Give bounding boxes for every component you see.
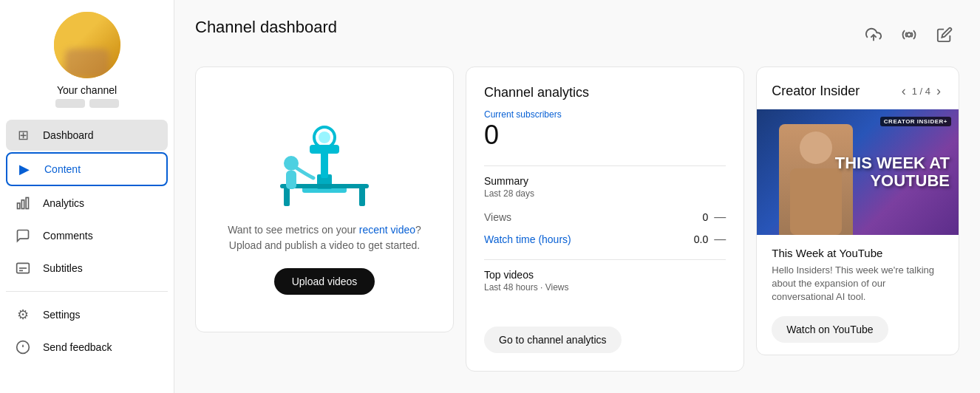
upload-icon-button[interactable] [859,20,888,49]
watch-time-value: 0.0 [694,233,708,245]
analytics-divider-1 [484,165,726,166]
sidebar: Your channel ⊞ Dashboard ▶ Content Analy… [0,0,174,393]
stat-pill-1 [55,99,85,108]
watch-time-metric: Watch time (hours) 0.0 — [484,228,726,250]
upload-button[interactable]: Upload videos [274,268,375,295]
views-value-row: 0 — [702,211,726,224]
creator-nav: ‹ 1 / 4 › [899,82,944,100]
sidebar-item-label: Analytics [43,197,84,209]
top-videos-period: Last 48 hours · Views [484,282,726,293]
creator-description: Hello Insiders! This week we're talking … [772,264,944,304]
svg-rect-19 [359,184,365,206]
sidebar-item-content[interactable]: ▶ Content [6,152,168,186]
dashboard-cards: Want to see metrics on your recent video… [195,66,959,372]
sidebar-item-label: Send feedback [43,341,112,353]
subtitles-icon [15,260,31,276]
views-label: Views [484,211,511,223]
sidebar-item-label: Content [44,163,81,175]
watch-button[interactable]: Watch on YouTube [772,316,888,343]
subscribers-value: 0 [484,120,726,151]
page-title: Channel dashboard [195,18,337,37]
analytics-divider-2 [484,259,726,260]
nav-divider [6,291,168,292]
upload-card: Want to see metrics on your recent video… [195,66,454,332]
creator-card-body: This Week at YouTube Hello Insiders! Thi… [757,235,959,355]
sidebar-item-analytics[interactable]: Analytics [6,188,168,219]
sidebar-item-feedback[interactable]: Send feedback [6,332,168,363]
svg-point-20 [284,156,299,171]
svg-rect-21 [286,171,296,189]
watch-time-label: Watch time (hours) [484,233,571,245]
svg-rect-2 [26,198,28,209]
channel-name: Your channel [57,84,117,96]
main-content: Channel dashboard [174,0,980,393]
settings-icon: ⚙ [15,307,31,323]
views-value: 0 [702,211,708,223]
sidebar-item-label: Comments [43,230,93,242]
creator-thumbnail: THIS WEEK AT YOUTUBE CREATOR INSIDER+ [757,109,959,235]
analytics-card: Channel analytics Current subscribers 0 … [466,66,744,372]
watch-time-value-row: 0.0 — [694,233,726,246]
upload-description: Want to see metrics on your recent video… [228,222,421,253]
page-header: Channel dashboard [195,18,959,52]
sidebar-item-comments[interactable]: Comments [6,220,168,251]
edit-icon-button[interactable] [930,20,959,49]
sidebar-item-settings[interactable]: ⚙ Settings [6,299,168,330]
thumbnail-line2: YOUTUBE [835,172,950,190]
upload-illustration [258,104,391,222]
recent-video-link[interactable]: recent video [359,224,415,236]
thumbnail-line1: THIS WEEK AT [835,154,950,172]
analytics-icon [15,195,31,211]
stat-pill-2 [89,99,119,108]
channel-avatar-section: Your channel [54,12,120,108]
sidebar-item-subtitles[interactable]: Subtitles [6,253,168,284]
svg-rect-1 [21,200,24,209]
creator-video-title: This Week at YouTube [772,247,944,259]
summary-label: Summary [484,175,726,187]
sidebar-nav: ⊞ Dashboard ▶ Content Analytics Comments [0,120,174,363]
creator-prev-button[interactable]: ‹ [899,82,909,100]
dashboard-icon: ⊞ [15,127,31,143]
avatar[interactable] [54,12,120,78]
views-metric: Views 0 — [484,206,726,228]
creator-nav-count: 1 / 4 [912,86,930,97]
creator-card-title: Creator Insider [772,83,860,99]
sidebar-item-label: Subtitles [43,262,83,274]
sidebar-item-label: Settings [43,309,81,321]
watch-time-dash: — [714,233,726,246]
svg-point-16 [319,131,330,143]
svg-point-10 [907,33,911,37]
views-dash: — [714,211,726,224]
svg-rect-0 [18,203,20,209]
top-videos-label: Top videos [484,269,726,281]
creator-card: Creator Insider ‹ 1 / 4 › [756,66,959,355]
content-icon: ▶ [16,161,33,177]
creator-next-button[interactable]: › [933,82,944,100]
analytics-card-title: Channel analytics [484,85,726,100]
header-actions [859,20,959,49]
channel-stats [55,99,119,108]
sidebar-item-dashboard[interactable]: ⊞ Dashboard [6,120,168,151]
creator-badge: CREATOR INSIDER+ [880,117,951,126]
subscribers-label: Current subscribers [484,109,726,120]
creator-card-header: Creator Insider ‹ 1 / 4 › [757,67,959,109]
summary-period: Last 28 days [484,188,726,199]
feedback-icon [15,339,31,355]
live-icon-button[interactable] [894,20,924,49]
goto-analytics-button[interactable]: Go to channel analytics [484,327,622,353]
comments-icon [15,228,31,244]
sidebar-item-label: Dashboard [43,129,94,141]
